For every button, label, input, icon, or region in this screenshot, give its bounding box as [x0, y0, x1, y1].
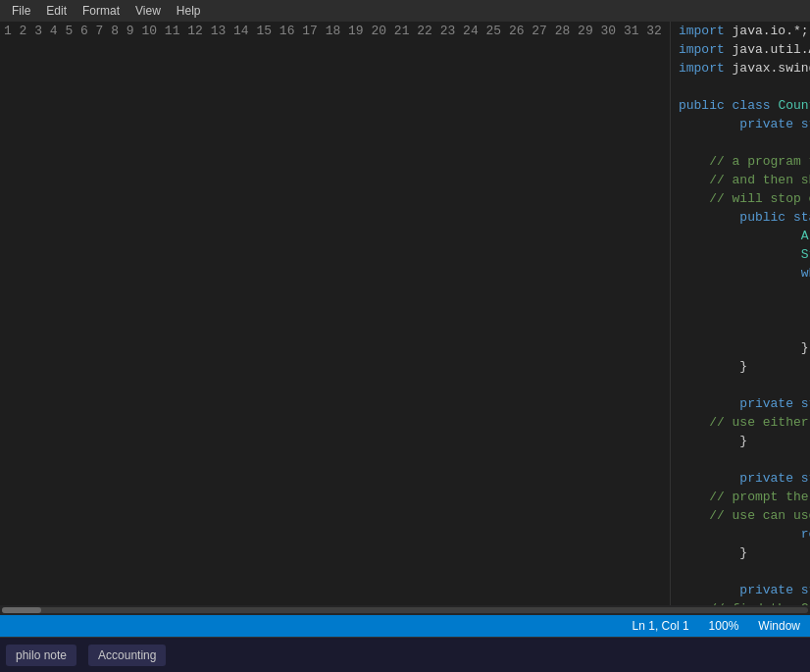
menu-view[interactable]: View [127, 2, 169, 20]
window-label: Window [758, 619, 800, 633]
line-numbers: 1 2 3 4 5 6 7 8 9 10 11 12 13 14 15 16 1… [0, 22, 671, 605]
menu-bar: File Edit Format View Help [0, 0, 810, 22]
menu-help[interactable]: Help [169, 2, 209, 20]
menu-file[interactable]: File [4, 2, 38, 20]
code-area[interactable]: 1 2 3 4 5 6 7 8 9 10 11 12 13 14 15 16 1… [0, 22, 810, 605]
status-bar: Ln 1, Col 1 100% Window [0, 615, 810, 637]
scroll-thumb[interactable] [2, 607, 41, 613]
horizontal-scrollbar[interactable] [0, 605, 810, 615]
taskbar-accounting[interactable]: Accounting [88, 645, 166, 666]
menu-edit[interactable]: Edit [38, 2, 75, 20]
taskbar-philonote[interactable]: philo note [6, 645, 76, 666]
taskbar: philo note Accounting [0, 637, 810, 672]
editor-container: 1 2 3 4 5 6 7 8 9 10 11 12 13 14 15 16 1… [0, 22, 810, 615]
code-content[interactable]: import java.io.*; import java.util.Array… [671, 22, 810, 605]
scroll-track [2, 607, 808, 613]
menu-format[interactable]: Format [75, 2, 127, 20]
cursor-position: Ln 1, Col 1 [633, 619, 689, 633]
zoom-level: 100% [709, 619, 739, 633]
